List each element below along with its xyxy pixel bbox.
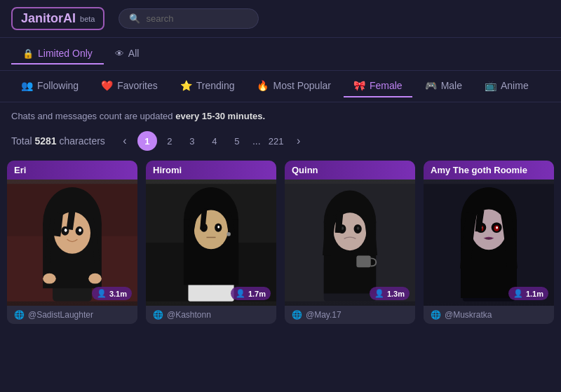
person-icon: 👤 bbox=[513, 289, 523, 298]
card-hiromi-creator: @Kashtonn bbox=[167, 310, 211, 320]
person-icon: 👤 bbox=[374, 289, 384, 298]
cat-tab-anime[interactable]: 📺 Anime bbox=[475, 75, 539, 97]
card-eri-creator: @SadistLaughter bbox=[28, 310, 93, 320]
cat-tab-trending[interactable]: ⭐ Trending bbox=[170, 75, 245, 97]
logo[interactable]: JanitorAI beta bbox=[11, 7, 104, 30]
cards-container: Eri bbox=[0, 161, 561, 335]
following-icon: 👥 bbox=[21, 80, 33, 91]
cat-tab-most-popular[interactable]: 🔥 Most Popular bbox=[247, 75, 340, 97]
card-eri-count: 👤 3.1m bbox=[92, 287, 132, 300]
trending-icon: ⭐ bbox=[180, 80, 192, 91]
card-quinn-image: 👤 1.3m bbox=[285, 180, 415, 306]
anime-icon: 📺 bbox=[485, 80, 496, 91]
card-hiromi-image: 👤 1.7m bbox=[146, 180, 276, 306]
cat-tab-female[interactable]: 🎀 Female bbox=[344, 75, 412, 97]
cat-tab-following-label: Following bbox=[37, 80, 79, 91]
search-icon: 🔍 bbox=[129, 13, 140, 24]
cat-tab-favorites-label: Favorites bbox=[117, 80, 158, 91]
filter-tab-limited-label: Limited Only bbox=[38, 48, 93, 59]
cards-grid: Eri bbox=[7, 161, 554, 324]
cat-tab-most-popular-label: Most Popular bbox=[273, 80, 330, 91]
card-quinn-count: 👤 1.3m bbox=[370, 287, 410, 300]
logo-text: JanitorAI bbox=[21, 11, 76, 26]
male-icon: 🎮 bbox=[425, 80, 437, 91]
next-page-button[interactable]: › bbox=[289, 131, 309, 151]
female-icon: 🎀 bbox=[353, 80, 365, 91]
card-eri-image: 👤 3.1m bbox=[7, 180, 137, 306]
most-popular-icon: 🔥 bbox=[257, 80, 269, 91]
card-hiromi-count: 👤 1.7m bbox=[231, 287, 271, 300]
page-button-5[interactable]: 5 bbox=[227, 131, 247, 151]
all-icon: 👁 bbox=[115, 48, 124, 59]
person-icon: 👤 bbox=[97, 289, 107, 298]
svg-point-17 bbox=[194, 210, 228, 250]
info-emphasis: every 15-30 minutes. bbox=[175, 111, 265, 121]
page-ellipsis: ... bbox=[250, 135, 264, 147]
header: JanitorAI beta 🔍 search bbox=[0, 0, 561, 38]
cat-tab-anime-label: Anime bbox=[501, 80, 529, 91]
info-text: Chats and messages count are updated eve… bbox=[0, 102, 561, 126]
globe-icon-amy: 🌐 bbox=[431, 310, 441, 320]
svg-point-32 bbox=[357, 227, 360, 230]
cat-tab-following[interactable]: 👥 Following bbox=[11, 75, 88, 97]
category-tabs: 👥 Following ❤️ Favorites ⭐ Trending 🔥 Mo… bbox=[0, 71, 561, 102]
page-button-4[interactable]: 4 bbox=[205, 131, 224, 151]
globe-icon-quinn: 🌐 bbox=[292, 310, 302, 320]
favorites-icon: ❤️ bbox=[101, 80, 113, 91]
page-button-3[interactable]: 3 bbox=[182, 131, 202, 151]
cat-tab-trending-label: Trending bbox=[196, 80, 235, 91]
cat-tab-female-label: Female bbox=[370, 80, 403, 91]
card-quinn[interactable]: Quinn bbox=[285, 161, 415, 324]
card-quinn-creator: @May.17 bbox=[306, 310, 342, 320]
globe-icon-hiromi: 🌐 bbox=[153, 310, 163, 320]
info-static: Chats and messages count are updated bbox=[11, 111, 173, 121]
logo-beta: beta bbox=[80, 15, 95, 23]
svg-point-23 bbox=[227, 232, 231, 236]
page-button-2[interactable]: 2 bbox=[160, 131, 180, 151]
filter-tab-all-label: All bbox=[128, 48, 140, 59]
page-navigation: ‹ 1 2 3 4 5 ... 221 › bbox=[115, 131, 309, 151]
card-quinn-name: Quinn bbox=[285, 161, 415, 180]
page-button-1[interactable]: 1 bbox=[137, 131, 157, 151]
card-hiromi-name: Hiromi bbox=[146, 161, 276, 180]
limited-icon: 🔒 bbox=[22, 48, 34, 59]
search-bar[interactable]: 🔍 search bbox=[119, 8, 259, 29]
card-amy-image: 👤 1.1m bbox=[424, 180, 554, 306]
svg-point-11 bbox=[88, 273, 102, 284]
card-eri[interactable]: Eri bbox=[7, 161, 137, 324]
card-amy-creator: @Muskratka bbox=[445, 310, 492, 320]
total-characters: Total 5281 characters bbox=[11, 135, 105, 147]
card-amy[interactable]: ↓ Amy The goth Roomie bbox=[424, 161, 554, 324]
svg-point-44 bbox=[496, 227, 498, 229]
card-amy-count: 👤 1.1m bbox=[508, 287, 548, 300]
person-icon: 👤 bbox=[236, 289, 245, 298]
svg-point-21 bbox=[217, 226, 219, 229]
card-eri-footer: 🌐 @SadistLaughter bbox=[7, 306, 137, 324]
search-placeholder: search bbox=[146, 13, 173, 24]
page-button-221[interactable]: 221 bbox=[266, 131, 286, 151]
filter-tab-all[interactable]: 👁 All bbox=[104, 43, 151, 65]
cat-tab-male-label: Male bbox=[441, 80, 462, 91]
card-amy-footer: 🌐 @Muskratka bbox=[424, 306, 554, 324]
card-quinn-footer: 🌐 @May.17 bbox=[285, 306, 415, 324]
card-hiromi[interactable]: Hiromi bbox=[146, 161, 276, 324]
globe-icon-eri: 🌐 bbox=[14, 310, 25, 320]
svg-point-10 bbox=[43, 273, 56, 284]
filter-tabs: 🔒 Limited Only 👁 All bbox=[0, 38, 561, 71]
card-eri-name: Eri bbox=[7, 161, 137, 180]
filter-tab-limited[interactable]: 🔒 Limited Only bbox=[11, 43, 104, 65]
card-hiromi-footer: 🌐 @Kashtonn bbox=[146, 306, 276, 324]
total-count: 5281 bbox=[34, 135, 56, 147]
svg-rect-33 bbox=[356, 256, 370, 268]
prev-page-button[interactable]: ‹ bbox=[115, 131, 135, 151]
card-amy-name: Amy The goth Roomie bbox=[424, 161, 554, 180]
svg-point-9 bbox=[79, 229, 81, 232]
cat-tab-favorites[interactable]: ❤️ Favorites bbox=[91, 75, 168, 97]
cat-tab-male[interactable]: 🎮 Male bbox=[415, 75, 472, 97]
pagination: Total 5281 characters ‹ 1 2 3 4 5 ... 22… bbox=[0, 126, 561, 161]
